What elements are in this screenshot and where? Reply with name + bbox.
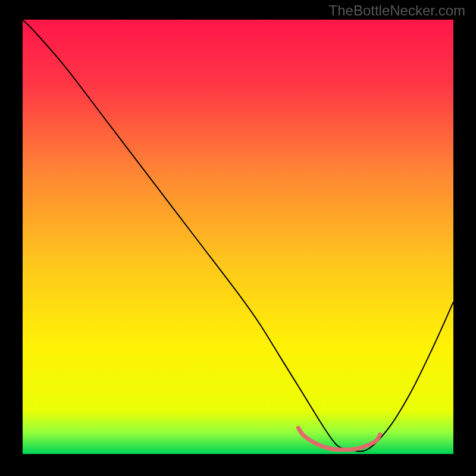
plot-background (23, 20, 453, 454)
bottleneck-chart (0, 0, 476, 476)
chart-frame: TheBottleNecker.com (0, 0, 476, 476)
